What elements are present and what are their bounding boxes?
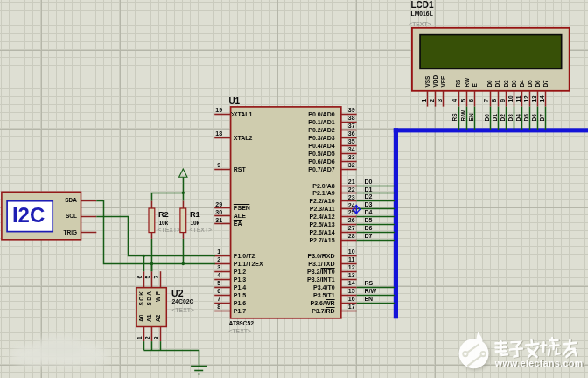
- svg-text:D4: D4: [364, 209, 372, 215]
- svg-text:2: 2: [429, 99, 435, 102]
- svg-text:SDA: SDA: [65, 197, 77, 203]
- svg-text:XTAL2: XTAL2: [234, 135, 253, 141]
- svg-text:EN: EN: [468, 113, 474, 121]
- svg-text:1: 1: [136, 336, 143, 340]
- svg-text:U1: U1: [228, 96, 240, 106]
- svg-text:D1: D1: [492, 114, 498, 122]
- svg-text:P3.1/TXD: P3.1/TXD: [308, 261, 334, 267]
- svg-text:R1: R1: [190, 210, 200, 219]
- svg-text:EN: EN: [364, 296, 373, 302]
- svg-text:4: 4: [452, 99, 458, 102]
- svg-text:SCK: SCK: [138, 290, 144, 306]
- svg-text:WP: WP: [155, 290, 161, 302]
- svg-text:D0: D0: [484, 114, 490, 122]
- svg-text:9: 9: [217, 162, 220, 168]
- svg-text:2: 2: [217, 256, 220, 262]
- svg-text:17: 17: [348, 304, 355, 310]
- svg-text:10: 10: [348, 248, 355, 255]
- svg-text:3: 3: [437, 99, 443, 102]
- svg-text:D3: D3: [508, 114, 514, 122]
- svg-text:10: 10: [508, 95, 514, 102]
- svg-text:11: 11: [348, 256, 355, 262]
- svg-text:P1.2: P1.2: [234, 269, 247, 275]
- svg-text:D7: D7: [539, 114, 545, 122]
- svg-text:18: 18: [215, 130, 222, 136]
- svg-text:3: 3: [217, 264, 220, 270]
- svg-text:A0: A0: [138, 314, 144, 322]
- svg-text:13: 13: [531, 95, 537, 102]
- svg-text:D2: D2: [364, 193, 372, 200]
- svg-text:8: 8: [217, 304, 220, 310]
- svg-text:<TEXT>: <TEXT>: [409, 21, 430, 27]
- svg-text:P2.4/A12: P2.4/A12: [309, 214, 334, 220]
- svg-text:10k: 10k: [190, 220, 200, 226]
- svg-text:P2.1/A9: P2.1/A9: [312, 190, 334, 196]
- svg-text:22: 22: [348, 186, 355, 192]
- svg-text:<TEXT>: <TEXT>: [229, 328, 251, 334]
- svg-text:D1: D1: [494, 80, 500, 88]
- svg-text:P3.6/WR: P3.6/WR: [311, 300, 335, 306]
- svg-text:1: 1: [217, 248, 220, 255]
- svg-text:3: 3: [153, 336, 159, 340]
- svg-text:R/W: R/W: [364, 288, 376, 294]
- svg-text:12: 12: [348, 264, 355, 270]
- svg-text:P0.1/AD1: P0.1/AD1: [308, 119, 334, 125]
- svg-text:AT89C52: AT89C52: [229, 320, 255, 326]
- svg-text:VEE: VEE: [440, 75, 446, 88]
- svg-text:23: 23: [348, 194, 355, 200]
- svg-text:D1: D1: [364, 186, 372, 192]
- svg-text:6: 6: [217, 288, 220, 294]
- svg-text:RS: RS: [364, 280, 373, 286]
- svg-text:D0: D0: [486, 80, 493, 88]
- svg-text:D5: D5: [527, 80, 533, 88]
- svg-text:12: 12: [523, 95, 529, 102]
- svg-text:LM016L: LM016L: [411, 10, 433, 17]
- svg-text:10k: 10k: [158, 220, 168, 226]
- svg-text:P2.5/A13: P2.5/A13: [309, 221, 334, 228]
- svg-text:P1.4: P1.4: [234, 284, 247, 290]
- svg-text:24: 24: [348, 202, 355, 208]
- svg-text:P2.7/A15: P2.7/A15: [309, 237, 334, 243]
- svg-text:30: 30: [215, 209, 222, 215]
- svg-text:D5: D5: [523, 114, 529, 122]
- svg-text:EA: EA: [234, 220, 242, 227]
- svg-text:P0.7/AD7: P0.7/AD7: [308, 166, 334, 172]
- svg-text:RST: RST: [234, 166, 247, 172]
- svg-text:D3: D3: [511, 80, 517, 88]
- svg-text:P3.3/INT1: P3.3/INT1: [307, 276, 335, 283]
- svg-text:P2.0/A8: P2.0/A8: [312, 183, 334, 189]
- svg-text:XTAL1: XTAL1: [234, 111, 253, 117]
- svg-text:24C02C: 24C02C: [172, 298, 194, 304]
- svg-text:27: 27: [348, 225, 355, 231]
- svg-text:39: 39: [348, 107, 355, 113]
- svg-text:14: 14: [539, 95, 545, 102]
- svg-text:P2.3/A11: P2.3/A11: [310, 206, 335, 212]
- svg-text:P2.6/A14: P2.6/A14: [309, 229, 334, 235]
- svg-text:A2: A2: [155, 314, 161, 322]
- svg-text:SDA: SDA: [146, 290, 152, 306]
- svg-text:P0.6/AD6: P0.6/AD6: [308, 158, 334, 164]
- svg-text:RW: RW: [464, 77, 470, 88]
- svg-text:RS: RS: [452, 113, 458, 122]
- svg-text:P0.4/AD4: P0.4/AD4: [308, 143, 334, 149]
- svg-text:1: 1: [421, 99, 427, 102]
- svg-text:ALE: ALE: [234, 213, 246, 219]
- svg-text:7: 7: [153, 276, 159, 279]
- svg-text:31: 31: [215, 217, 222, 223]
- svg-text:P1.3: P1.3: [234, 276, 247, 283]
- svg-text:D6: D6: [364, 225, 372, 231]
- svg-text:P0.0/AD0: P0.0/AD0: [308, 111, 334, 117]
- svg-text:37: 37: [348, 122, 355, 129]
- svg-text:P1.6: P1.6: [234, 300, 247, 306]
- svg-text:6: 6: [136, 276, 143, 279]
- svg-text:P3.7/RD: P3.7/RD: [312, 308, 334, 314]
- svg-text:SCL: SCL: [66, 213, 77, 219]
- svg-text:32: 32: [348, 162, 355, 168]
- svg-text:D6: D6: [535, 80, 541, 88]
- svg-text:D7: D7: [542, 80, 549, 88]
- svg-text:11: 11: [515, 95, 522, 102]
- svg-text:14: 14: [348, 280, 355, 286]
- svg-text:RS: RS: [455, 79, 461, 88]
- svg-text:PSEN: PSEN: [234, 205, 250, 211]
- svg-text:34: 34: [348, 146, 355, 152]
